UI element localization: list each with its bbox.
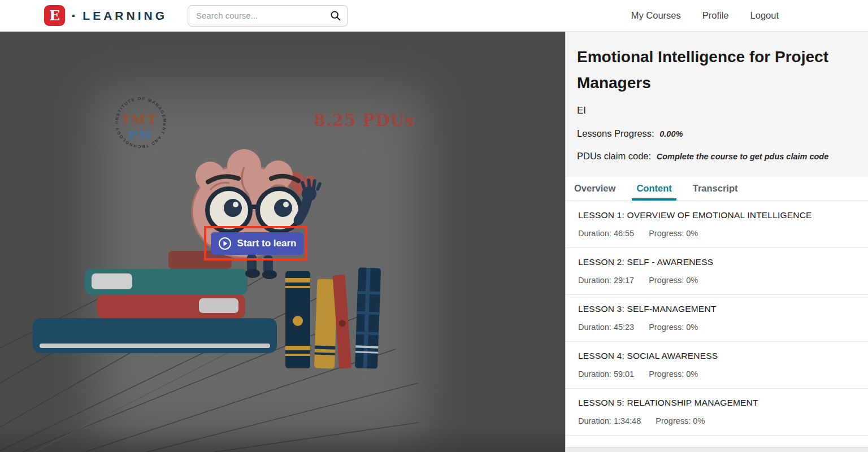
lesson-meta: Duration: 45:23 Progress: 0% <box>578 323 856 332</box>
lesson-meta: Duration: 46:55 Progress: 0% <box>578 229 856 238</box>
lesson-row-2[interactable]: LESSON 2: SELF - AWARENESS Duration: 29:… <box>566 248 868 295</box>
progress-label: Progress: <box>656 416 691 425</box>
start-button-highlight-box <box>204 226 307 260</box>
pdus-claim-label: PDUs claim code: <box>577 151 651 161</box>
video-player-area[interactable]: INSTITUTE OF MANAGEMENT AND TECHNOLOGY •… <box>0 32 565 452</box>
lesson-title: LESSON 5: RELATIONSHIP MANAGEMENT <box>578 398 856 408</box>
lesson-row-3[interactable]: LESSON 3: SELF-MANAGEMENT Duration: 45:2… <box>566 295 868 342</box>
lesson-meta: Duration: 59:01 Progress: 0% <box>578 370 856 379</box>
search-icon[interactable] <box>329 10 341 21</box>
course-search <box>188 5 348 27</box>
illustration-backdrop <box>96 91 424 438</box>
progress-label: Progress: <box>649 370 684 379</box>
pdus-badge: 8.25 PDUs <box>314 111 415 130</box>
brand-e-icon: E <box>44 5 65 26</box>
progress-value: 0% <box>693 416 705 425</box>
lessons-progress-value: 0.00% <box>659 129 683 138</box>
panel-bottom-strip <box>566 447 868 452</box>
lesson-title: LESSON 3: SELF-MANAGEMENT <box>578 304 856 314</box>
lessons-progress-label: Lessons Progress: <box>577 128 654 138</box>
brand-separator-dot: · <box>71 8 76 24</box>
course-tabs: Overview Content Transcript <box>566 177 868 201</box>
duration-label: Duration: <box>578 323 611 332</box>
progress-label: Progress: <box>649 276 684 285</box>
nav-link-my-courses[interactable]: My Courses <box>631 10 681 21</box>
top-navbar: E · LEARNING My Courses Profile Logout <box>0 0 868 32</box>
duration-value: 1:34:48 <box>614 416 641 425</box>
tab-content[interactable]: Content <box>632 177 676 201</box>
brand-logo[interactable]: E · LEARNING <box>44 5 167 26</box>
duration-value: 59:01 <box>614 370 634 379</box>
search-input[interactable] <box>188 5 348 27</box>
lesson-meta: Duration: 1:34:48 Progress: 0% <box>578 416 856 425</box>
course-header: Emotional Intelligence for Project Manag… <box>566 32 868 177</box>
duration-label: Duration: <box>578 416 611 425</box>
nav-link-logout[interactable]: Logout <box>750 10 779 21</box>
svg-text:PM: PM <box>128 128 153 142</box>
progress-label: Progress: <box>649 229 684 238</box>
lesson-title: LESSON 4: SOCIAL AWARENESS <box>578 351 856 361</box>
nav-link-profile[interactable]: Profile <box>702 10 729 21</box>
duration-label: Duration: <box>578 370 611 379</box>
duration-value: 46:55 <box>614 229 634 238</box>
nav-links: My Courses Profile Logout <box>631 10 779 21</box>
lesson-title: LESSON 2: SELF - AWARENESS <box>578 257 856 267</box>
lesson-row-1[interactable]: LESSON 1: OVERVIEW OF EMOTIONAL INTELLIG… <box>566 201 868 248</box>
duration-label: Duration: <box>578 229 611 238</box>
duration-value: 29:17 <box>614 276 634 285</box>
svg-text:IMT: IMT <box>123 112 158 127</box>
course-short-name: EI <box>577 105 845 116</box>
progress-label: Progress: <box>649 323 684 332</box>
vertical-books <box>285 267 381 368</box>
progress-value: 0% <box>686 276 698 285</box>
tab-overview[interactable]: Overview <box>570 177 620 201</box>
lesson-list: LESSON 1: OVERVIEW OF EMOTIONAL INTELLIG… <box>566 201 868 452</box>
lesson-row-4[interactable]: LESSON 4: SOCIAL AWARENESS Duration: 59:… <box>566 342 868 389</box>
duration-value: 45:23 <box>614 323 634 332</box>
course-panel: Emotional Intelligence for Project Manag… <box>565 32 868 452</box>
tab-transcript[interactable]: Transcript <box>688 177 743 201</box>
lesson-row-5[interactable]: LESSON 5: RELATIONSHIP MANAGEMENT Durati… <box>566 389 868 436</box>
brand-name: LEARNING <box>83 9 167 23</box>
pdus-claim-line: PDUs claim code: Complete the course to … <box>577 151 845 162</box>
lesson-meta: Duration: 29:17 Progress: 0% <box>578 276 856 285</box>
progress-value: 0% <box>686 323 698 332</box>
progress-value: 0% <box>686 229 698 238</box>
course-title: Emotional Intelligence for Project Manag… <box>577 44 845 96</box>
progress-value: 0% <box>686 370 698 379</box>
lessons-progress-line: Lessons Progress: 0.00% <box>577 128 845 139</box>
duration-label: Duration: <box>578 276 611 285</box>
pdus-claim-value: Complete the course to get pdus claim co… <box>657 152 829 161</box>
lesson-title: LESSON 1: OVERVIEW OF EMOTIONAL INTELLIG… <box>578 210 856 220</box>
